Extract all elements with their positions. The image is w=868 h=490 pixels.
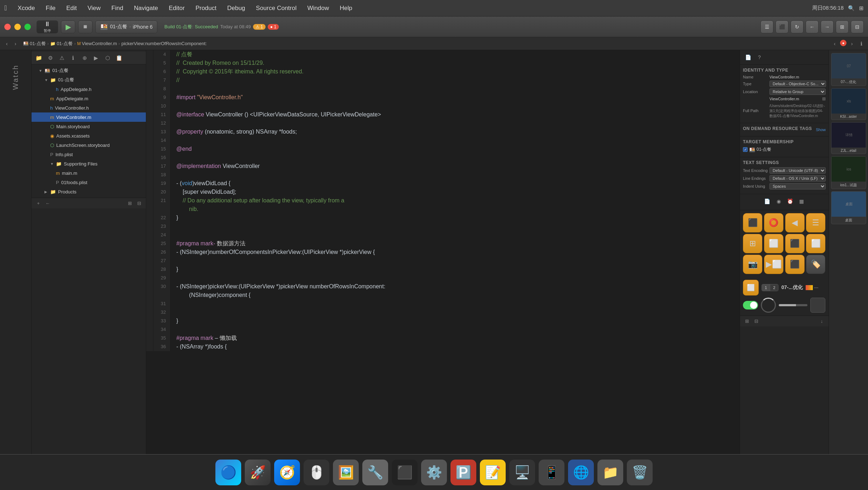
code-editor[interactable]: 4// 点餐5// Created by Romeo on 15/11/29.6… <box>146 50 740 454</box>
breadcrumb-method[interactable]: pickerView:numberOfRowsInComponent: <box>121 41 207 46</box>
dock-notes[interactable]: 📝 <box>480 460 506 485</box>
obj-plain-btn[interactable]: ⬜ <box>806 234 825 253</box>
thumb-ksi-aster[interactable]: xls KSI...aster <box>831 88 866 120</box>
menubar-control-center[interactable]: ⊞ <box>859 5 864 11</box>
line-content[interactable]: [super viewDidLoad]; <box>171 188 740 196</box>
menu-edit[interactable]: Edit <box>64 4 79 13</box>
dock-system-prefs[interactable]: ⚙️ <box>421 460 447 485</box>
rp-bottom-close[interactable]: ↓ <box>818 317 826 325</box>
line-content[interactable] <box>171 119 740 128</box>
tree-item-viewcontroller-h[interactable]: h ViewController.h <box>32 103 146 112</box>
slider-track[interactable] <box>779 304 807 306</box>
nav-info-icon[interactable]: ℹ <box>69 54 77 62</box>
stop-button[interactable]: ■ <box>78 20 92 33</box>
menu-xcode[interactable]: Xcode <box>15 4 37 13</box>
line-content[interactable]: #pragma mark – 懒加载 <box>171 334 740 342</box>
line-content[interactable]: - (NSInteger)pickerView:(UIPickerView *)… <box>171 282 740 291</box>
rp-bottom-icon-2[interactable]: ⊟ <box>752 317 760 325</box>
line-endings-select[interactable]: Default - OS X / Unix (LF) <box>769 175 826 182</box>
debug-toggle[interactable]: ⬛ <box>776 20 788 33</box>
add-file-icon[interactable]: + <box>34 200 42 207</box>
menu-file[interactable]: File <box>44 4 58 13</box>
seg-2[interactable]: 2 <box>770 284 778 291</box>
line-content[interactable]: nib. <box>171 205 740 213</box>
obj-clock-icon[interactable]: ⏰ <box>785 196 795 206</box>
line-content[interactable]: @end <box>171 145 740 153</box>
line-content[interactable] <box>171 308 740 317</box>
line-content[interactable]: - (NSInteger)numberOfComponentsInPickerV… <box>171 248 740 256</box>
menu-source-control[interactable]: Source Control <box>254 4 299 13</box>
line-content[interactable]: #import "ViewController.h" <box>171 93 740 102</box>
dock-app2[interactable]: 🖥️ <box>509 460 535 485</box>
forward-nav[interactable]: → <box>821 20 834 33</box>
menubar-search-icon[interactable]: 🔍 <box>848 5 855 11</box>
maximize-button[interactable] <box>24 24 31 30</box>
breadcrumb-project[interactable]: 🍱 01-点餐 <box>23 40 46 47</box>
line-content[interactable] <box>171 153 740 162</box>
dock-app5[interactable]: 📁 <box>597 460 623 485</box>
obj-play-btn[interactable]: ▶⬜ <box>764 255 783 274</box>
apple-menu-icon[interactable]:  <box>4 4 7 12</box>
line-content[interactable]: - (void)viewDidLoad { <box>171 179 740 188</box>
tree-item-products[interactable]: ▶ 📁 Products <box>32 187 146 196</box>
location-select[interactable]: Relative to Group <box>769 88 826 95</box>
breadcrumb-info[interactable]: ℹ <box>857 40 865 48</box>
pause-button[interactable]: ⏸ 暂停 <box>37 20 58 33</box>
line-content[interactable]: // <box>171 76 740 85</box>
nav-folder-icon[interactable]: 📁 <box>34 54 43 62</box>
nav-report-icon[interactable]: 📋 <box>115 54 123 62</box>
menu-find[interactable]: Find <box>109 4 125 13</box>
line-content[interactable]: } <box>171 317 740 325</box>
tree-item-supporting[interactable]: ▼ 📁 Supporting Files <box>32 159 146 168</box>
breadcrumb-next-issue[interactable]: › <box>848 40 856 48</box>
obj-file-icon[interactable]: 📄 <box>762 196 772 206</box>
menu-navigate[interactable]: Navigate <box>132 4 160 13</box>
assistant-editor[interactable]: ⊞ <box>836 20 849 33</box>
navigator-toggle[interactable]: ☰ <box>760 20 773 33</box>
tree-item-appdelegate-m[interactable]: m AppDelegate.m <box>32 94 146 103</box>
tree-item-infoplist[interactable]: P Info.plist <box>32 150 146 159</box>
seg-1[interactable]: 1 <box>762 284 770 291</box>
thumb-zjl-etail[interactable]: 详情 ZJL...etail <box>831 122 866 154</box>
line-content[interactable]: } <box>171 265 740 274</box>
close-button[interactable] <box>4 24 11 30</box>
menu-help[interactable]: Help <box>338 4 354 13</box>
dock-terminal[interactable]: ⬛ <box>392 460 418 485</box>
obj-scroll-btn[interactable]: ⭕ <box>764 213 783 232</box>
tree-item-launchscreen[interactable]: ⬡ LaunchScreen.storyboard <box>32 140 146 150</box>
refresh-btn[interactable]: ↻ <box>791 20 803 33</box>
line-content[interactable] <box>171 299 740 308</box>
line-content[interactable]: @property (nonatomic, strong) NSArray *f… <box>171 128 740 136</box>
tree-item-root[interactable]: ▼ 🍱 01-点餐 <box>32 66 146 75</box>
menu-product[interactable]: Product <box>193 4 219 13</box>
obj-3d-btn[interactable]: ⬛ <box>785 255 805 274</box>
type-select[interactable]: Default - Objective-C So... <box>769 81 826 87</box>
obj-shape-icon[interactable]: ◉ <box>774 196 784 206</box>
tree-item-appdelegate-h[interactable]: h AppDelegate.h <box>32 85 146 94</box>
scheme-selector[interactable]: 🍱 01-点餐 › iPhone 6 <box>95 20 157 33</box>
sort-icon[interactable]: ⊟ <box>135 200 143 207</box>
line-content[interactable] <box>171 222 740 231</box>
nav-git-icon[interactable]: ⊕ <box>80 54 89 62</box>
line-content[interactable]: // 点餐 <box>171 50 740 59</box>
breadcrumb-prev-issue[interactable]: ‹ <box>831 40 839 48</box>
breadcrumb-forward[interactable]: › <box>11 40 19 48</box>
nav-run-icon[interactable]: ▶ <box>92 54 100 62</box>
obj-camera-btn[interactable]: 📷 <box>743 255 762 274</box>
thumb-ios1-test[interactable]: ios ios1...试题 <box>831 156 866 189</box>
line-content[interactable] <box>171 136 740 145</box>
line-content[interactable]: (NSInteger)component { <box>171 291 740 299</box>
obj-label-btn[interactable]: 🏷️ <box>806 255 825 274</box>
dock-photos[interactable]: 🖼️ <box>333 460 359 485</box>
menu-view[interactable]: View <box>85 4 103 13</box>
rp-file-icon[interactable]: 📄 <box>743 52 753 62</box>
encoding-select[interactable]: Default - Unicode (UTF-8) <box>769 167 826 174</box>
dock-app3[interactable]: 📱 <box>539 460 564 485</box>
dock-safari[interactable]: 🧭 <box>274 460 300 485</box>
tree-item-assets[interactable]: ◉ Assets.xcassets <box>32 131 146 140</box>
line-content[interactable] <box>171 256 740 265</box>
indent-select[interactable]: Spaces <box>769 183 826 189</box>
tree-item-main-m[interactable]: m main.m <box>32 168 146 178</box>
obj-collection-btn[interactable]: ⊞ <box>743 234 762 253</box>
run-button[interactable]: ▶ <box>61 20 75 33</box>
